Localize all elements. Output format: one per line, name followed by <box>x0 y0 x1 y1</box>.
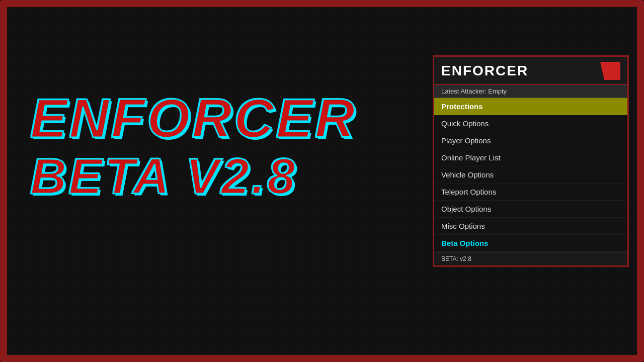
menu-item-player-options[interactable]: Player Options <box>434 132 627 149</box>
menu-title: ENFORCER <box>441 63 528 79</box>
menu-item-online-player-list[interactable]: Online Player List <box>434 149 627 166</box>
title-area: ENFORCER BETA V2.8 <box>30 90 357 201</box>
menu-panel: ENFORCER Latest Attacker: Empty Protecti… <box>433 55 629 267</box>
menu-item-teleport-options[interactable]: Teleport Options <box>434 184 627 201</box>
menu-item-quick-options[interactable]: Quick Options <box>434 115 627 132</box>
menu-footer: BETA: v2.8 <box>434 252 627 265</box>
menu-item-protections[interactable]: Protections <box>434 98 627 115</box>
menu-item-beta-options[interactable]: Beta Options <box>434 235 627 252</box>
red-accent-decoration <box>600 62 620 80</box>
attacker-bar: Latest Attacker: Empty <box>434 85 627 98</box>
footer-label: BETA: v2.8 <box>441 255 471 262</box>
menu-items: ProtectionsQuick OptionsPlayer OptionsOn… <box>434 98 627 252</box>
menu-item-object-options[interactable]: Object Options <box>434 201 627 218</box>
title-line1: ENFORCER <box>30 90 357 146</box>
title-line2: BETA V2.8 <box>30 151 357 201</box>
menu-inner: ENFORCER Latest Attacker: Empty Protecti… <box>433 55 629 267</box>
menu-item-vehicle-options[interactable]: Vehicle Options <box>434 166 627 184</box>
menu-header: ENFORCER <box>434 57 627 85</box>
attacker-label: Latest Attacker: Empty <box>441 87 507 95</box>
menu-item-misc-options[interactable]: Misc Options <box>434 218 627 235</box>
